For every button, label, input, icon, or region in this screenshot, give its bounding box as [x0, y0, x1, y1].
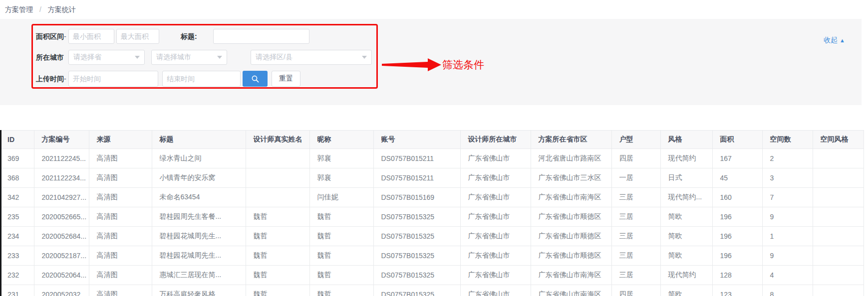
table-cell: [813, 149, 864, 168]
table-cell: 2021042927...: [34, 188, 89, 207]
table-cell: 三居: [611, 188, 660, 207]
table-cell: 魏哲: [309, 207, 373, 227]
chevron-down-icon: [362, 56, 367, 59]
search-button[interactable]: [243, 71, 268, 87]
column-header: 空间风格: [813, 131, 864, 149]
table-cell: 四居: [611, 285, 660, 296]
table-cell: 2021122234...: [34, 168, 89, 188]
city-select[interactable]: 请选择城市: [151, 50, 227, 65]
table-cell: 万科高庭轻奢风格: [152, 285, 246, 296]
min-area-input[interactable]: [68, 29, 114, 44]
table-cell: 绿水青山之间: [152, 149, 246, 168]
column-header: 户型: [611, 131, 660, 149]
table-cell: 1: [762, 227, 813, 246]
table-cell: 魏哲: [246, 266, 309, 285]
title-input[interactable]: [213, 29, 309, 44]
table-cell: 广东省佛山市: [460, 246, 531, 266]
table-cell: 高清图: [89, 168, 152, 188]
table-cell: 三居: [611, 227, 660, 246]
area-range-label: 面积区间: [36, 32, 64, 41]
table-cell: DS0757B015325: [373, 246, 460, 266]
column-header: 风格: [660, 131, 712, 149]
table-cell: 7: [762, 188, 813, 207]
table-cell: 三居: [611, 266, 660, 285]
table-row: 2332020052187...高清图碧桂园花城周先生...魏哲魏哲DS0757…: [0, 246, 864, 266]
reset-button[interactable]: 重置: [272, 71, 300, 87]
table-cell: 魏哲: [309, 266, 373, 285]
collapse-toggle[interactable]: 收起▲: [824, 36, 845, 45]
province-select[interactable]: 请选择省: [68, 50, 145, 65]
table-row: 2342020052684...高清图碧桂园花城周先生...魏哲魏哲DS0757…: [0, 227, 864, 246]
plans-table: ID方案编号来源标题设计师真实姓名昵称账号设计师所在城市方案所在省市区户型风格面…: [0, 130, 864, 296]
table-cell: [246, 168, 309, 188]
dark-left-edge: [0, 130, 1, 296]
end-time-input[interactable]: [162, 71, 241, 87]
column-header: 方案所在省市区: [531, 131, 611, 149]
table-row: 3422021042927...高清图未命名63454闫佳妮DS0757B015…: [0, 188, 864, 207]
filter-panel: 面积区间 - 标题: 所在城市 请选择省 请选择城市 请选择区/县 上传时间 -: [0, 19, 862, 105]
table-header-row: ID方案编号来源标题设计师真实姓名昵称账号设计师所在城市方案所在省市区户型风格面…: [0, 131, 864, 149]
district-select[interactable]: 请选择区/县: [251, 50, 372, 65]
column-header: 标题: [152, 131, 246, 149]
table-cell: [813, 246, 864, 266]
table-cell: 高清图: [89, 207, 152, 227]
table-cell: 235: [0, 207, 34, 227]
table-cell: [246, 149, 309, 168]
table-cell: 231: [0, 285, 34, 296]
table-cell: 广东省佛山市: [460, 168, 531, 188]
table-cell: 广东省佛山市顺德区: [531, 207, 611, 227]
plan-statistics-page: 方案管理 / 方案统计 面积区间 - 标题: 所在城市 请选择省 请选择城市 请…: [0, 0, 868, 296]
breadcrumb-item-plan-management[interactable]: 方案管理: [5, 5, 33, 13]
table-cell: 2020052064...: [34, 266, 89, 285]
table-cell: 高清图: [89, 266, 152, 285]
table-cell: 简欧: [660, 207, 712, 227]
column-header: 来源: [89, 131, 152, 149]
province-select-value: 请选择省: [73, 53, 101, 62]
table-cell: 342: [0, 188, 34, 207]
breadcrumb-item-plan-statistics: 方案统计: [48, 5, 76, 13]
table-cell: 2020052665...: [34, 207, 89, 227]
table-cell: 196: [712, 227, 762, 246]
table-cell: 魏哲: [309, 246, 373, 266]
city-label: 所在城市: [36, 53, 64, 62]
table-cell: 广东省佛山市顺德区: [531, 227, 611, 246]
table-cell: 日式: [660, 168, 712, 188]
table-cell: 233: [0, 246, 34, 266]
table-cell: 四居: [611, 149, 660, 168]
annotation-text: 筛选条件: [442, 59, 484, 71]
start-time-input[interactable]: [68, 71, 158, 87]
table-cell: 三居: [611, 207, 660, 227]
table-cell: 2021122245...: [34, 149, 89, 168]
table-cell: 碧桂园周先生客餐...: [152, 207, 246, 227]
table-cell: 魏哲: [246, 285, 309, 296]
table-cell: [246, 188, 309, 207]
table-cell: 3: [762, 168, 813, 188]
table-cell: 广东省佛山市顺德区: [531, 246, 611, 266]
table-cell: 简欧: [660, 285, 712, 296]
column-header: ID: [0, 131, 34, 149]
table-cell: 高清图: [89, 285, 152, 296]
table-cell: [813, 285, 864, 296]
table-cell: 2020052187...: [34, 246, 89, 266]
table-cell: 高清图: [89, 246, 152, 266]
table-cell: 广东省佛山市三水区: [531, 168, 611, 188]
table-cell: 郭襄: [309, 149, 373, 168]
table-cell: 未命名63454: [152, 188, 246, 207]
table-cell: 9: [762, 207, 813, 227]
table-cell: 高清图: [89, 149, 152, 168]
table-cell: 广东省佛山市南海区: [531, 266, 611, 285]
table-cell: [813, 168, 864, 188]
table-cell: 高清图: [89, 227, 152, 246]
max-area-input[interactable]: [116, 29, 159, 44]
table-cell: [813, 207, 864, 227]
table-cell: 简欧: [660, 227, 712, 246]
table-cell: 魏哲: [309, 227, 373, 246]
table-cell: 广东省佛山市: [460, 207, 531, 227]
table-cell: 167: [712, 149, 762, 168]
table-cell: 魏哲: [246, 227, 309, 246]
table-row: 3692021122245...高清图绿水青山之间郭襄DS0757B015211…: [0, 149, 864, 168]
chevron-down-icon: [217, 56, 222, 59]
column-header: 面积: [712, 131, 762, 149]
table-cell: DS0757B015325: [373, 285, 460, 296]
table-cell: 广东省佛山市: [460, 266, 531, 285]
